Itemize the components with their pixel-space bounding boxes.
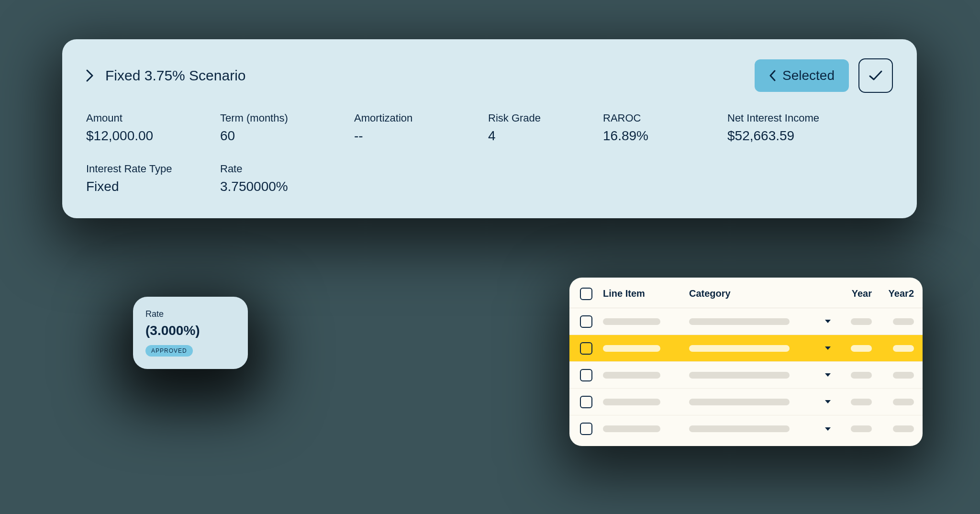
chevron-down-icon (825, 320, 831, 323)
metric-rate-type: Interest Rate Type Fixed (86, 163, 220, 194)
metric-value: Fixed (86, 179, 220, 194)
metric-raroc: RAROC 16.89% (603, 112, 727, 144)
category-dropdown[interactable] (818, 373, 837, 377)
year-placeholder (851, 318, 872, 325)
row-checkbox[interactable] (580, 396, 592, 408)
selected-label: Selected (782, 68, 835, 83)
metric-value: -- (354, 128, 488, 144)
scenario-card: Fixed 3.75% Scenario Selected Amount $12… (62, 39, 917, 218)
select-all-checkbox[interactable] (580, 288, 592, 300)
line-item-placeholder (603, 425, 660, 432)
metric-value: 60 (220, 128, 354, 144)
metric-label: Interest Rate Type (86, 163, 220, 175)
line-item-placeholder (603, 318, 660, 325)
year2-placeholder (893, 372, 914, 379)
metric-value: $12,000.00 (86, 128, 220, 144)
metric-value: $52,663.59 (727, 128, 893, 144)
line-item-placeholder (603, 345, 660, 352)
metric-label: Term (months) (220, 112, 354, 124)
chevron-right-icon (86, 69, 94, 82)
line-item-placeholder (603, 399, 660, 405)
metric-label: Risk Grade (488, 112, 603, 124)
metric-label: RAROC (603, 112, 727, 124)
table-row[interactable] (569, 335, 923, 362)
category-dropdown[interactable] (818, 320, 837, 323)
chevron-left-icon (769, 70, 776, 81)
confirm-button[interactable] (858, 58, 893, 93)
metric-amount: Amount $12,000.00 (86, 112, 220, 144)
year2-placeholder (893, 399, 914, 405)
metric-amortization: Amortization -- (354, 112, 488, 144)
row-checkbox[interactable] (580, 315, 592, 328)
line-item-placeholder (603, 372, 660, 379)
metrics-row-1: Amount $12,000.00 Term (months) 60 Amort… (86, 112, 893, 194)
year-placeholder (851, 372, 872, 379)
year2-placeholder (893, 425, 914, 432)
th-year[interactable]: Year (837, 288, 880, 299)
rate-card: Rate (3.000%) APPROVED (133, 297, 248, 369)
row-checkbox[interactable] (580, 369, 592, 381)
table-row[interactable] (569, 415, 923, 442)
th-line-item[interactable]: Line Item (603, 288, 689, 299)
metric-label: Amount (86, 112, 220, 124)
metric-nii: Net Interest Income $52,663.59 (727, 112, 893, 144)
metric-label: Net Interest Income (727, 112, 893, 124)
metric-label: Amortization (354, 112, 488, 124)
year-placeholder (851, 425, 872, 432)
metric-value: 16.89% (603, 128, 727, 144)
chevron-down-icon (825, 373, 831, 377)
th-year2[interactable]: Year2 (880, 288, 923, 299)
th-category[interactable]: Category (689, 288, 818, 299)
chevron-down-icon (825, 346, 831, 350)
year-placeholder (851, 345, 872, 352)
chevron-down-icon (825, 427, 831, 431)
metric-term: Term (months) 60 (220, 112, 354, 144)
chevron-down-icon (825, 400, 831, 403)
scenario-title: Fixed 3.75% Scenario (105, 67, 246, 84)
category-placeholder (689, 425, 790, 432)
category-dropdown[interactable] (818, 346, 837, 350)
metric-value: 4 (488, 128, 603, 144)
metric-value: 3.750000% (220, 179, 354, 194)
year-placeholder (851, 399, 872, 405)
table-row[interactable] (569, 308, 923, 335)
row-checkbox[interactable] (580, 423, 592, 435)
year2-placeholder (893, 345, 914, 352)
table-row[interactable] (569, 362, 923, 389)
scenario-title-wrap[interactable]: Fixed 3.75% Scenario (86, 67, 246, 84)
metric-label: Rate (220, 163, 354, 175)
status-badge: APPROVED (145, 345, 193, 357)
category-placeholder (689, 318, 790, 325)
scenario-header: Fixed 3.75% Scenario Selected (86, 58, 893, 93)
category-dropdown[interactable] (818, 427, 837, 431)
selected-button[interactable]: Selected (755, 59, 849, 92)
metric-rate: Rate 3.750000% (220, 163, 354, 194)
rate-value: (3.000%) (145, 323, 235, 338)
line-item-table: Line Item Category Year Year2 (569, 278, 923, 446)
category-dropdown[interactable] (818, 400, 837, 403)
row-checkbox[interactable] (580, 342, 592, 355)
category-placeholder (689, 372, 790, 379)
scenario-actions: Selected (755, 58, 893, 93)
year2-placeholder (893, 318, 914, 325)
rate-label: Rate (145, 309, 235, 319)
category-placeholder (689, 399, 790, 405)
category-placeholder (689, 345, 790, 352)
check-icon (869, 70, 883, 81)
table-row[interactable] (569, 389, 923, 415)
metric-risk-grade: Risk Grade 4 (488, 112, 603, 144)
table-header-row: Line Item Category Year Year2 (569, 279, 923, 308)
